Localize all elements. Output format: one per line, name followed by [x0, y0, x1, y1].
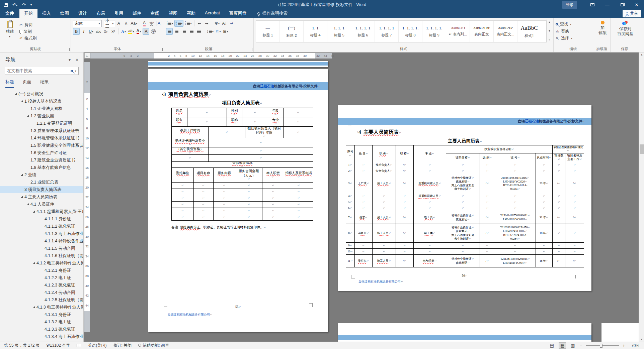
table-cell[interactable]: ↵ — [214, 214, 236, 221]
restore-button[interactable] — [615, 0, 629, 9]
proofing-icon[interactable] — [77, 344, 81, 347]
table-cell[interactable]: /↵ — [480, 211, 495, 224]
nav-heading-item[interactable]: 2.1 业绩汇总表 — [0, 179, 83, 186]
undo-icon[interactable]: ↶▾ — [12, 3, 17, 7]
table-cell[interactable]: 安全负责人↵ — [372, 168, 396, 174]
table-cell[interactable]: ↵ — [553, 224, 565, 243]
table-cell[interactable]: ↵ — [553, 199, 565, 205]
table-cell[interactable]: ↵ — [480, 168, 495, 174]
nav-heading-item[interactable]: 4.1.3.4 海上石油作业... — [0, 333, 83, 340]
table-cell[interactable]: ↵ — [209, 138, 313, 147]
table-cell[interactable]: ↵ — [214, 189, 236, 195]
table-cell[interactable]: ↵ — [553, 243, 565, 249]
nav-heading-item[interactable]: 4.1.1.5 劳动合同 — [0, 245, 83, 252]
zoom-in-button[interactable]: + — [623, 343, 625, 348]
table-cell[interactable]: ↵ — [480, 243, 495, 249]
nav-heading-item[interactable]: 4.1.1.2 硫化氢证 — [0, 223, 83, 230]
table-cell[interactable]: /↵ — [396, 162, 413, 168]
table-cell[interactable]: ↵ — [565, 249, 584, 255]
table-cell[interactable]: 特种作业操作证↵硫化氢证↵海上石油作业安全救生培训证↵ — [446, 224, 480, 243]
nav-heading-item[interactable]: 1.3 质量管理体系认证证书 — [0, 127, 83, 134]
search-options-caret[interactable]: ▾ — [75, 70, 76, 73]
table-cell[interactable]: ↵ — [235, 208, 262, 214]
table-cell[interactable]: ↵ — [372, 249, 396, 255]
nav-heading-item[interactable]: 1 投标人基本情况表 — [0, 98, 83, 105]
table-cell[interactable]: 特种作业操作证↵硫化氢证↵海上石油作业安全救生培训证↵ — [446, 174, 480, 193]
table-cell[interactable]: ↵ — [495, 199, 536, 205]
table-cell[interactable]: /↵ — [553, 255, 565, 267]
nav-heading-item[interactable]: 4.1 人员证件 — [0, 201, 83, 208]
table-cell[interactable]: 服务合同金额（万元）↵ — [235, 168, 262, 183]
table-cell[interactable]: 施工人员↵ — [372, 255, 396, 267]
table-cell[interactable]: ↵ — [495, 249, 536, 255]
nav-heading-item[interactable]: 4.1.1 起重机司索人员-王广成 — [0, 208, 83, 215]
nav-heading-item[interactable]: 4.1.1.3 海上石油作业安... — [0, 230, 83, 237]
nav-heading-item[interactable]: 4.1.3.1 身份证 — [0, 311, 83, 318]
style-item[interactable]: AaBbCcDc表内正文... — [494, 21, 517, 42]
table-cell[interactable]: /↵ — [480, 174, 495, 193]
table-cell[interactable]: ↵ — [372, 205, 396, 211]
tab-selector[interactable]: ∟ — [84, 53, 90, 59]
table-cell[interactable]: ↵ — [194, 183, 214, 189]
table-cell[interactable]: 类似项目情况↵ — [172, 162, 313, 168]
table-cell[interactable]: ↵ — [553, 168, 565, 174]
nav-heading-item[interactable]: 4.1.2.5 社保证明（需要... — [0, 296, 83, 304]
table-cell[interactable]: ↵ — [262, 183, 285, 189]
nav-heading-item[interactable]: 4 主要人员简历表 — [0, 193, 83, 201]
table-cell[interactable]: ↵ — [262, 189, 285, 195]
nav-heading-item[interactable]: 1.4 环境管理体系认证证书 — [0, 134, 83, 142]
style-item[interactable]: (一)标题 2 — [280, 21, 304, 42]
table-cell[interactable]: ↵ — [284, 214, 313, 221]
table-cell[interactable]: 起重机司索人员↵ — [413, 193, 446, 199]
table-cell[interactable]: ↵ — [187, 117, 227, 127]
table-cell[interactable]: /↵ — [396, 255, 413, 267]
table-header-cell[interactable]: 专 业↵ — [413, 145, 446, 162]
nav-heading-item[interactable]: 4.1.1.1 身份证 — [0, 215, 83, 223]
shrink-font-button[interactable]: Aˇ — [123, 20, 130, 27]
track-changes-indicator[interactable]: 修订: 关闭 — [113, 343, 132, 348]
grow-font-button[interactable]: Aˆ — [116, 20, 123, 27]
table-cell[interactable]: 担任项目负责人（项目经理）年限↵ — [245, 127, 284, 138]
ribbon-display-options-button[interactable]: ^ — [585, 0, 600, 9]
table-cell[interactable]: ↵ — [194, 202, 214, 208]
table-cell[interactable]: ↵ — [172, 189, 194, 195]
table-cell[interactable]: ↵ — [536, 193, 552, 199]
table-cell[interactable]: 委托单位↵ — [172, 168, 194, 183]
table-cell[interactable]: 5↵ — [346, 199, 355, 205]
table-cell[interactable]: ↵ — [214, 195, 236, 202]
table-cell[interactable]: ↵ — [495, 162, 536, 168]
table-cell[interactable]: ↵ — [284, 189, 313, 195]
nav-heading-item[interactable]: 1.2.1 变更登记证明 — [0, 120, 83, 127]
table-cell[interactable]: ↵ — [565, 224, 584, 243]
text-effects-button[interactable]: A▾ — [120, 28, 127, 35]
tab-引用[interactable]: 引用 — [110, 9, 128, 18]
table-cell[interactable]: ↵ — [209, 155, 313, 162]
table-cell[interactable]: 项目名称↵ — [194, 168, 214, 183]
table-cell[interactable]: 电工类↵ — [413, 224, 446, 243]
style-item[interactable]: —标题 1 — [256, 21, 280, 42]
print-layout-button[interactable]: ▦ — [559, 342, 566, 349]
multilevel-list-button[interactable]: •›»▾ — [184, 20, 192, 27]
table-cell[interactable]: ↵ — [194, 208, 214, 214]
style-item[interactable]: AaBbCcD↵ 表内列... — [446, 21, 470, 42]
table-cell[interactable]: 本人职责↵ — [262, 168, 285, 183]
table-cell[interactable]: ↵ — [536, 249, 552, 255]
table-cell[interactable]: 参加工作时间↵ — [172, 127, 209, 138]
nav-heading-item[interactable]: 4.1.1.6 社保证明（需要... — [0, 252, 83, 259]
table-cell[interactable]: ↵ — [446, 162, 480, 168]
tab-Acrobat[interactable]: Acrobat — [200, 9, 225, 18]
table-cell[interactable]: 资格证书编号及专业↵ — [172, 138, 209, 147]
table-cell[interactable]: ↵ — [480, 249, 495, 255]
table-cell[interactable]: ↵ — [214, 183, 236, 189]
expand-triangle-icon[interactable] — [21, 100, 23, 102]
table-cell[interactable]: ↵ — [446, 168, 480, 174]
table-cell[interactable]: /↵ — [565, 174, 584, 193]
nav-heading-item[interactable]: 4.1.3.3 硫化氢证 — [0, 326, 83, 333]
paste-button[interactable]: 粘贴 ▾ — [2, 19, 17, 43]
font-color-button[interactable]: A▾ — [135, 28, 142, 35]
table-cell[interactable]: ↵ — [172, 183, 194, 189]
document-search-input[interactable]: 在文档中搜索 ▾ — [5, 67, 79, 75]
enclose-characters-button[interactable]: 字 — [150, 28, 157, 35]
table-cell[interactable]: 18 年↵ — [536, 255, 552, 267]
table-cell[interactable]: 王广成↵ — [354, 174, 372, 193]
